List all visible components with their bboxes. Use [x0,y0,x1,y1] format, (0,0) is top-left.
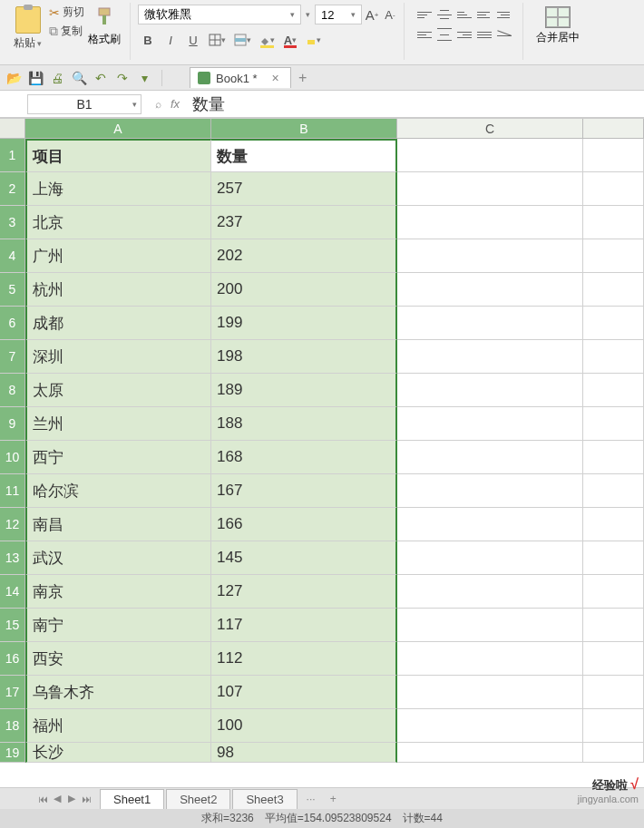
cell[interactable]: 202 [211,239,397,273]
cell[interactable]: 上海 [25,172,211,206]
copy-button[interactable]: ⧉ 复制 [49,24,84,39]
cell[interactable]: 189 [211,374,397,407]
cell[interactable]: 南昌 [25,508,211,541]
cell[interactable] [397,609,583,642]
cell[interactable]: 太原 [25,374,211,407]
row-header[interactable]: 1 [0,139,25,172]
cell[interactable] [583,206,644,239]
cell[interactable] [397,709,583,743]
column-header-B[interactable]: B [211,119,397,139]
cell[interactable] [583,340,644,374]
format-painter-button[interactable]: 格式刷 [84,5,124,49]
align-middle-button[interactable] [435,6,454,23]
cell[interactable]: 166 [211,508,397,541]
cell[interactable] [397,172,583,206]
column-header-D[interactable] [583,119,644,139]
redo-button[interactable]: ↷ [114,70,131,86]
italic-button[interactable]: I [161,30,181,50]
cell[interactable] [583,239,644,273]
cell[interactable]: 数量 [211,139,397,172]
fill-color-button[interactable]: ▾ [257,30,278,50]
justify-button[interactable] [475,26,493,43]
sheet-more-button[interactable]: ··· [299,790,323,808]
qat-customize-button[interactable]: ▾ [136,70,152,86]
indent-decrease-button[interactable] [475,6,493,23]
cell[interactable]: 237 [211,206,397,239]
cell[interactable]: 深圳 [25,340,211,374]
spreadsheet-grid[interactable]: A B C 1项目数量2上海2573北京2374广州2025杭州2006成都19… [0,118,644,789]
cell[interactable]: 南京 [25,575,211,609]
row-header[interactable]: 10 [0,441,25,474]
cell[interactable]: 兰州 [25,407,211,441]
row-header[interactable]: 19 [0,743,25,763]
indent-increase-button[interactable] [495,6,513,23]
cell[interactable] [583,273,644,307]
row-header[interactable]: 3 [0,206,25,239]
undo-button[interactable]: ↶ [93,70,109,86]
row-header[interactable]: 12 [0,508,25,541]
cell[interactable] [583,139,644,172]
cell[interactable]: 100 [211,709,397,743]
align-center-button[interactable] [435,26,454,43]
cell[interactable] [583,642,644,676]
cell[interactable]: 杭州 [25,273,211,307]
cell[interactable]: 广州 [25,239,211,273]
cell[interactable]: 145 [211,541,397,575]
cell[interactable] [583,709,644,743]
cell[interactable]: 117 [211,609,397,642]
row-header[interactable]: 2 [0,172,25,206]
save-button[interactable]: 💾 [27,70,44,86]
cell[interactable]: 199 [211,307,397,340]
sheet-nav-first[interactable]: ⏮ [36,792,49,806]
cell[interactable]: 188 [211,407,397,441]
close-tab-button[interactable]: × [272,71,279,85]
cell[interactable] [397,676,583,709]
row-header[interactable]: 18 [0,709,25,743]
underline-button[interactable]: U [183,30,203,50]
row-header[interactable]: 7 [0,340,25,374]
sheet-tab-2[interactable]: Sheet2 [166,789,230,809]
cell[interactable]: 198 [211,340,397,374]
cell[interactable] [583,575,644,609]
cell[interactable]: 西安 [25,642,211,676]
row-header[interactable]: 5 [0,273,25,307]
font-name-selector[interactable]: 微软雅黑 ▾ [138,5,301,24]
cell[interactable] [397,743,583,763]
cell[interactable] [583,743,644,763]
cell[interactable] [583,172,644,206]
bold-button[interactable]: B [138,30,158,50]
name-box[interactable]: B1 ▾ [27,94,141,114]
cell[interactable]: 福州 [25,709,211,743]
font-size-selector[interactable]: 12 ▾ [315,5,362,24]
align-bottom-button[interactable] [455,6,473,23]
cell[interactable] [583,474,644,508]
cell[interactable]: 98 [211,743,397,763]
merge-center-button[interactable]: 合并居中 [531,5,585,47]
column-header-C[interactable]: C [397,119,583,139]
cell[interactable]: 167 [211,474,397,508]
print-button[interactable]: 🖨 [49,70,65,86]
row-header[interactable]: 11 [0,474,25,508]
cell[interactable]: 127 [211,575,397,609]
cell[interactable]: 200 [211,273,397,307]
cell[interactable] [583,374,644,407]
select-all-corner[interactable] [0,119,25,139]
cell[interactable]: 成都 [25,307,211,340]
cell[interactable] [583,407,644,441]
cell[interactable]: 168 [211,441,397,474]
cell[interactable] [397,508,583,541]
row-header[interactable]: 4 [0,239,25,273]
cell[interactable]: 哈尔滨 [25,474,211,508]
sheet-nav-next[interactable]: ▶ [65,792,78,806]
sheet-tab-3[interactable]: Sheet3 [232,789,297,809]
cell[interactable] [397,407,583,441]
orientation-button[interactable] [495,26,513,43]
cell[interactable] [397,273,583,307]
print-preview-button[interactable]: 🔍 [71,70,87,86]
cell[interactable] [397,139,583,172]
sheet-nav-last[interactable]: ⏭ [80,792,93,806]
row-header[interactable]: 13 [0,541,25,575]
align-left-button[interactable] [415,26,434,43]
cell[interactable] [583,676,644,709]
cell[interactable] [397,206,583,239]
